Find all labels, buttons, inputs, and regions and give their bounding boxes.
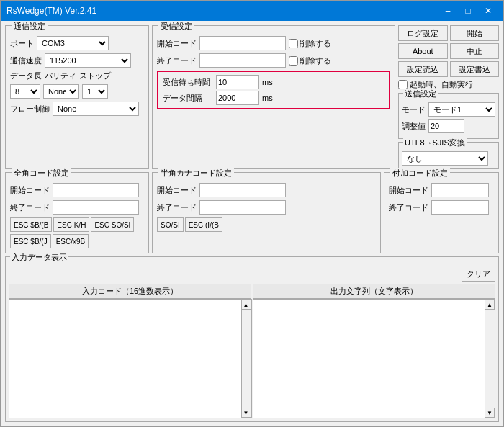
zenkaku-btn5[interactable]: ESC/x9B [53, 234, 89, 248]
log-button[interactable]: ログ設定 [398, 25, 448, 41]
middle-row: 全角コード設定 開始コード 終了コード ESC $B/(B ESC K/H ES… [5, 172, 499, 253]
right-top: ログ設定 開始 About 中止 設定読込 設定書込 起動時、自動実行 [398, 25, 499, 90]
col2-scroll-up[interactable]: ▲ [485, 300, 495, 310]
flow-label: フロー制御 [10, 104, 50, 114]
data-parity-stop-row: データ長 パリティ ストップ [10, 71, 144, 81]
col2-scroll-down[interactable]: ▼ [485, 408, 495, 418]
fuka-start-row: 開始コード [389, 183, 494, 197]
fuka-end-input[interactable] [431, 200, 489, 215]
clear-button[interactable]: クリア [462, 266, 495, 282]
wait-unit: ms [262, 78, 273, 86]
zenkaku-btn1[interactable]: ESC $B/(B [10, 217, 52, 232]
zenkaku-btn3[interactable]: ESC SO/SI [91, 217, 134, 232]
zenkaku-btn-row2: ESC $B/(J ESC/x9B [10, 234, 144, 248]
start-delete-check: 削除する [289, 38, 331, 49]
minimize-button[interactable]: – [438, 4, 457, 18]
zenkaku-end-input[interactable] [53, 200, 139, 215]
interval-input[interactable] [216, 91, 259, 105]
wait-row: 受信待ち時間 ms [163, 75, 384, 89]
col2-scrollbar[interactable]: ▲ ▼ [485, 300, 495, 418]
data-select[interactable]: 8 [10, 84, 40, 99]
utf-select[interactable]: なし [402, 151, 488, 166]
col2-header: 出力文字列（文字表示） [253, 284, 495, 299]
flow-select[interactable]: None [53, 102, 139, 116]
utf-settings-title: UTF8→SJIS変換 [403, 138, 467, 148]
baud-label: 通信速度 [10, 55, 42, 66]
start-code-input[interactable] [199, 36, 286, 50]
col1-scrollbar[interactable]: ▲ ▼ [241, 300, 251, 418]
hankaku-btn-row: SO/SI ESC (I/(B [157, 217, 376, 232]
start-delete-label: 削除する [300, 38, 331, 49]
zenkaku-start-label: 開始コード [10, 185, 50, 196]
col1-scroll-up[interactable]: ▲ [241, 300, 251, 310]
recv-timing-box: 受信待ち時間 ms データ間隔 ms [157, 71, 390, 109]
port-select[interactable]: COM3 [37, 36, 109, 50]
interval-row: データ間隔 ms [163, 91, 384, 105]
output-string-cell: ▲ ▼ [253, 299, 496, 418]
about-button[interactable]: About [398, 43, 448, 59]
zenkaku-start-row: 開始コード [10, 183, 144, 197]
end-code-label: 終了コード [157, 55, 197, 66]
col1-scroll-down[interactable]: ▼ [241, 408, 251, 418]
right-panel: ログ設定 開始 About 中止 設定読込 設定書込 起動時、自動実行 [398, 25, 499, 169]
baud-row: 通信速度 115200 [10, 53, 144, 68]
top-row: 通信設定 ポート COM3 通信速度 115200 データ長 パリティ ス [5, 25, 499, 169]
send-settings-title: 送信設定 [403, 89, 438, 99]
interval-label: データ間隔 [163, 93, 213, 104]
port-label: ポート [10, 38, 34, 49]
start-delete-checkbox[interactable] [289, 39, 298, 48]
hankaku-start-input[interactable] [199, 183, 286, 197]
log-start-row: ログ設定 開始 [398, 25, 499, 41]
title-bar-buttons: – □ ✕ [438, 4, 498, 18]
zenkaku-end-row: 終了コード [10, 200, 144, 215]
zenkaku-btn2[interactable]: ESC K/H [53, 217, 89, 232]
zenkaku-group: 全角コード設定 開始コード 終了コード ESC $B/(B ESC K/H ES… [5, 172, 149, 253]
fuka-title: 付加コード設定 [390, 168, 450, 179]
hankaku-end-input[interactable] [199, 200, 286, 215]
data-label: データ長 [10, 71, 42, 81]
utf-settings-group: UTF8→SJIS変換 なし [398, 142, 499, 169]
input-display-title: 入力データ表示 [10, 252, 68, 263]
adjust-input[interactable] [428, 119, 464, 133]
baud-select[interactable]: 115200 [45, 53, 131, 68]
title-bar: RsWedge(TM) Ver.2.41 – □ ✕ [1, 1, 503, 21]
close-button[interactable]: ✕ [479, 4, 498, 18]
port-row: ポート COM3 [10, 36, 144, 50]
main-window: RsWedge(TM) Ver.2.41 – □ ✕ 通信設定 ポート COM3… [0, 0, 504, 427]
wait-input[interactable] [216, 75, 259, 89]
window-title: RsWedge(TM) Ver.2.41 [6, 6, 96, 16]
clear-row: クリア [9, 266, 495, 282]
stop-button[interactable]: 中止 [450, 43, 500, 59]
wait-label: 受信待ち時間 [163, 77, 213, 88]
end-code-input[interactable] [199, 53, 286, 68]
hankaku-btn2[interactable]: ESC (I/(B [185, 217, 222, 232]
table-header: 入力コード（16進数表示） 出力文字列（文字表示） [9, 284, 495, 299]
mode-select[interactable]: モード1 [428, 102, 495, 117]
table-body: ▲ ▼ ▲ ▼ [9, 299, 495, 418]
read-button[interactable]: 設定読込 [398, 61, 448, 77]
hankaku-btn1[interactable]: SO/SI [157, 217, 184, 232]
stop-label: ストップ [79, 71, 111, 81]
maximize-button[interactable]: □ [459, 4, 477, 18]
stop-select[interactable]: 1 [82, 84, 108, 99]
end-delete-checkbox[interactable] [289, 56, 298, 66]
start-button[interactable]: 開始 [450, 25, 500, 41]
recv-settings-group: 受信設定 開始コード 削除する 終了コード [152, 25, 395, 169]
hankaku-start-label: 開始コード [157, 185, 197, 196]
comm-settings-title: 通信設定 [12, 21, 48, 32]
interval-unit: ms [262, 94, 273, 102]
adjust-label: 調整値 [402, 121, 426, 132]
fuka-start-input[interactable] [431, 183, 489, 197]
about-stop-row: About 中止 [398, 43, 499, 59]
zenkaku-btn4[interactable]: ESC $B/(J [10, 234, 51, 248]
recv-settings-title: 受信設定 [158, 21, 194, 32]
zenkaku-btn-row1: ESC $B/(B ESC K/H ESC SO/SI [10, 217, 144, 232]
parity-select[interactable]: None [43, 84, 79, 99]
hankaku-title: 半角カナコード設定 [158, 168, 234, 179]
write-button[interactable]: 設定書込 [450, 61, 500, 77]
main-content: 通信設定 ポート COM3 通信速度 115200 データ長 パリティ ス [1, 21, 503, 426]
end-code-row: 終了コード 削除する [157, 53, 390, 68]
hankaku-end-row: 終了コード [157, 200, 376, 215]
mode-row: モード モード1 [402, 102, 495, 117]
zenkaku-start-input[interactable] [53, 183, 139, 197]
